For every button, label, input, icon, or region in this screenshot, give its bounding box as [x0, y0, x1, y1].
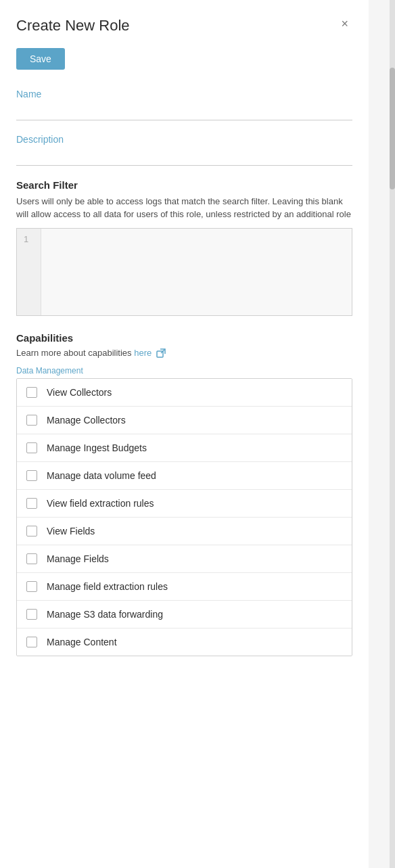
capability-label: Manage Collectors [47, 415, 126, 426]
capability-checkbox[interactable] [26, 387, 37, 398]
name-input[interactable] [16, 102, 352, 120]
capability-checkbox[interactable] [26, 609, 37, 620]
capabilities-here-link[interactable]: here [134, 348, 152, 358]
capability-label: Manage Ingest Budgets [47, 442, 147, 453]
capability-checkbox[interactable] [26, 581, 37, 592]
capability-label: Manage field extraction rules [47, 581, 168, 592]
external-link-icon [156, 348, 166, 358]
scrollbar-thumb[interactable] [390, 68, 395, 189]
capability-checkbox[interactable] [26, 637, 37, 647]
capability-item: Manage Collectors [17, 407, 352, 434]
search-filter-description: Users will only be able to access logs t… [16, 195, 352, 221]
capabilities-link-row: Learn more about capabilities here [16, 348, 352, 359]
capability-label: Manage Fields [47, 553, 109, 564]
capability-item: Manage Content [17, 629, 352, 656]
capability-checkbox[interactable] [26, 470, 37, 481]
capability-label: Manage data volume feed [47, 470, 156, 481]
description-label: Description [16, 134, 352, 145]
capability-item: Manage Ingest Budgets [17, 434, 352, 462]
capability-item: Manage Fields [17, 545, 352, 573]
line-number-1: 1 [24, 234, 28, 244]
name-label: Name [16, 89, 352, 99]
description-input[interactable] [16, 147, 352, 166]
close-button[interactable]: × [337, 16, 352, 31]
save-button[interactable]: Save [16, 48, 65, 70]
search-filter-title: Search Filter [16, 179, 352, 191]
capability-item: Manage field extraction rules [17, 573, 352, 601]
capabilities-title: Capabilities [16, 332, 352, 344]
capability-checkbox[interactable] [26, 553, 37, 564]
scrollbar[interactable] [390, 0, 395, 868]
capabilities-list: View CollectorsManage CollectorsManage I… [16, 378, 352, 656]
capability-checkbox[interactable] [26, 498, 37, 509]
capabilities-link-prefix: Learn more about capabilities [16, 348, 134, 358]
capability-item: View Fields [17, 518, 352, 545]
search-filter-input[interactable] [41, 229, 352, 315]
capability-checkbox[interactable] [26, 442, 37, 453]
search-filter-editor: 1 [16, 228, 352, 316]
capability-label: Manage S3 data forwarding [47, 609, 163, 620]
capability-label: View field extraction rules [47, 498, 154, 509]
capability-item: View Collectors [17, 379, 352, 407]
capability-item: View field extraction rules [17, 490, 352, 518]
capability-item: Manage S3 data forwarding [17, 601, 352, 629]
capability-item: Manage data volume feed [17, 462, 352, 490]
capability-label: Manage Content [47, 637, 117, 647]
data-management-label: Data Management [16, 366, 352, 375]
modal-title: Create New Role [16, 16, 130, 36]
capability-checkbox[interactable] [26, 415, 37, 426]
capability-label: View Fields [47, 526, 95, 536]
capability-checkbox[interactable] [26, 526, 37, 536]
capability-label: View Collectors [47, 387, 112, 398]
